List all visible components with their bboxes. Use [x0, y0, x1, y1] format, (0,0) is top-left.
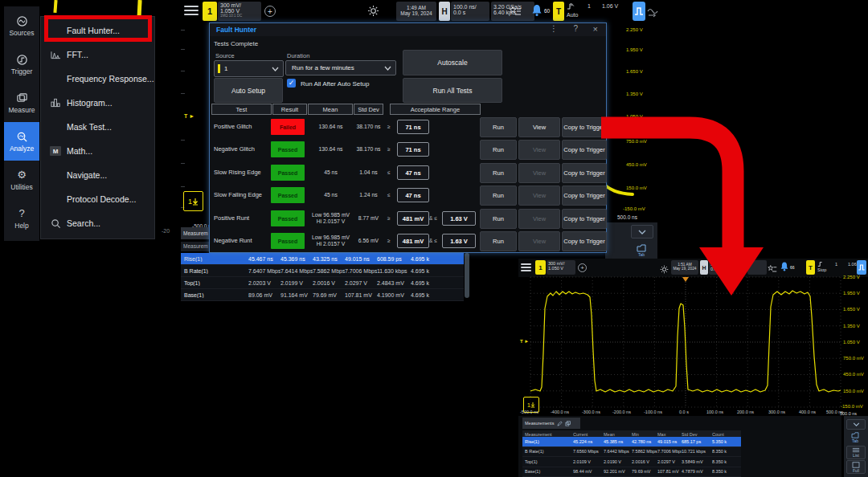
view-button[interactable]: View	[518, 117, 560, 137]
menu-item-navigate[interactable]: Navigate...	[41, 163, 154, 187]
trigger-badge[interactable]: T	[553, 2, 564, 21]
list-icon	[852, 447, 860, 453]
dialog-header[interactable]: Fault Hunter ⋮ ? ×	[210, 23, 606, 36]
presets-icon[interactable]	[509, 5, 522, 21]
measurement-row[interactable]: Base(1)98.44 mV92.201 mV79.69 mV107.81 m…	[522, 467, 741, 477]
h-scale-ref-label: 500.0 ns	[617, 214, 637, 220]
popout-icon[interactable]	[565, 421, 571, 426]
sidebar-item-label: Analyze	[10, 145, 34, 153]
trigger-level-marker[interactable]: T ►	[184, 113, 194, 119]
fault-test-row: Positive Glitch Failed 130.64 ns 38.170 …	[210, 116, 608, 138]
range-input[interactable]: 71 ns	[397, 142, 429, 157]
sidebar-item-label: Sources	[9, 29, 34, 37]
collapse-chevron-button[interactable]	[631, 225, 653, 238]
result-badge: Failed	[271, 119, 305, 135]
table-scrollbar[interactable]	[465, 253, 469, 298]
horizontal-settings[interactable]: 100.0 ns/ 0.0 s	[451, 2, 489, 21]
measurement-row[interactable]: B Rate(1)7.6407 Mbps7.6414 Mbps7.5862 Mb…	[181, 265, 464, 277]
bell-icon[interactable]	[530, 3, 544, 21]
menu-item-fft[interactable]: FFT...	[41, 43, 154, 67]
range-input[interactable]: 47 ns	[397, 188, 429, 202]
sidebar-item-utilities[interactable]: ⚙ Utilities	[4, 161, 39, 199]
analyze-icon	[15, 130, 28, 143]
menu-item-math[interactable]: M Math...	[41, 139, 154, 163]
range-input[interactable]: 481 mV	[397, 234, 429, 248]
menu-item-histogram[interactable]: Histogram...	[41, 91, 154, 115]
menu-item-mask-test[interactable]: Mask Test...	[41, 115, 154, 139]
run-button[interactable]: Run	[480, 231, 517, 251]
run-button[interactable]: Run	[480, 140, 517, 160]
view-button[interactable]: View	[518, 186, 560, 206]
menu-item-protocol-decode[interactable]: Protocol Decode...	[41, 187, 154, 211]
run-all-tests-button[interactable]: Run All Tests	[403, 78, 502, 103]
measurement-row[interactable]: B Rate(1)7.6560 Mbps7.6442 Mbps7.5862 Mb…	[522, 447, 741, 458]
fault-test-row: Positive Runt Passed Low 96.985 mV Hi 2.…	[210, 207, 608, 230]
add-channel-icon[interactable]: +	[264, 6, 276, 17]
source-dropdown[interactable]: 1	[214, 60, 284, 77]
measurement-row[interactable]: Rise(1)45.467 ns45.369 ns43.325 ns49.015…	[181, 253, 464, 265]
menu-item-label: Mask Test...	[67, 122, 112, 132]
duration-dropdown[interactable]: Run for a few minutes	[285, 60, 396, 75]
run-button[interactable]: Run	[480, 186, 517, 206]
zone-qualify-icon[interactable]	[647, 5, 658, 21]
brightness-icon[interactable]	[367, 5, 379, 20]
run-all-after-auto-setup-checkbox[interactable]: ✓	[287, 79, 296, 88]
copy-to-trigger-button[interactable]: Copy to Trigger	[562, 140, 607, 160]
copy-to-trigger-button[interactable]: Copy to Trigger	[562, 186, 607, 206]
dialog-help-icon[interactable]: ?	[573, 24, 578, 33]
hamburger-menu-icon[interactable]	[184, 6, 199, 15]
menu-item-label: Frequency Response...	[67, 74, 154, 84]
collapse-chevron-button[interactable]	[846, 419, 866, 430]
channel-1-settings[interactable]: 300 mV/ 1.050 V 1MΩ 10:1 DC	[218, 2, 261, 21]
range-input[interactable]: 71 ns	[397, 120, 429, 134]
sidebar-item-help[interactable]: ? Help	[4, 199, 39, 238]
range-input[interactable]: 1.63 V	[442, 211, 476, 226]
view-button[interactable]: View	[518, 163, 560, 183]
view-button[interactable]: View	[518, 231, 560, 251]
menu-item-label: Protocol Decode...	[67, 194, 136, 204]
edit-pencil-icon[interactable]	[557, 421, 563, 426]
sidebar-item-sources[interactable]: Sources	[4, 6, 39, 45]
menu-item-search[interactable]: Search...	[41, 211, 154, 235]
horizontal-badge[interactable]: H	[439, 2, 450, 21]
menu-item-label: Navigate...	[67, 170, 107, 180]
stray-axis-label: -20	[162, 228, 170, 234]
copy-to-trigger-button[interactable]: Copy to Trigger	[562, 209, 607, 229]
run-button[interactable]: Run	[480, 209, 517, 229]
dialog-menu-icon[interactable]: ⋮	[550, 24, 558, 33]
fault-test-row: Negative Glitch Passed 130.64 ns 38.170 …	[210, 138, 608, 161]
measurement-row[interactable]: Top(1)2.0203 V2.0199 V2.0016 V2.0297 V2.…	[181, 277, 464, 289]
channel-1-badge[interactable]: 1	[203, 2, 217, 21]
measurements-tab[interactable]: Measurem	[181, 227, 209, 239]
autoscale-button[interactable]: Autoscale	[403, 50, 502, 75]
result-badge: Passed	[271, 233, 305, 249]
tab-view-button[interactable]: Tab	[846, 431, 864, 443]
measurements-tab[interactable]: Measurements	[522, 418, 580, 429]
channel-ground-marker[interactable]: 1	[183, 191, 203, 211]
list-view-button[interactable]: List	[846, 446, 866, 459]
copy-to-trigger-button[interactable]: Copy to Trigger	[562, 231, 607, 251]
chevron-down-icon	[384, 66, 391, 71]
measurement-row[interactable]: Top(1)2.0109 V2.0190 V2.0016 V2.0297 V3.…	[522, 457, 741, 467]
measurements-table: Rise(1)45.224 ns45.385 ns42.780 ns49.015…	[522, 437, 741, 477]
trigger-type-icon[interactable]	[633, 2, 645, 21]
sidebar-item-analyze[interactable]: Analyze	[4, 122, 39, 161]
measurement-row[interactable]: Rise(1)45.224 ns45.385 ns42.780 ns49.015…	[522, 437, 741, 447]
view-button[interactable]: View	[518, 209, 560, 229]
sidebar-item-trigger[interactable]: Trigger	[4, 45, 39, 84]
range-input[interactable]: 481 mV	[397, 211, 429, 226]
sidebar-item-measure[interactable]: Measure	[4, 84, 39, 122]
copy-to-trigger-button[interactable]: Copy to Trigger	[562, 163, 607, 183]
range-input[interactable]: 1.63 V	[442, 234, 476, 248]
trigger-level-marker[interactable]: T ►	[520, 339, 529, 344]
view-button[interactable]: View	[518, 140, 560, 160]
run-button[interactable]: Run	[480, 163, 517, 183]
copy-to-trigger-button[interactable]: Copy to Trigger	[562, 117, 607, 137]
run-button[interactable]: Run	[480, 117, 517, 137]
range-input[interactable]: 47 ns	[397, 165, 429, 180]
measurement-row[interactable]: Base(1)89.06 mV91.164 mV79.69 mV107.81 m…	[181, 289, 464, 301]
menu-item-frequency-response[interactable]: Frequency Response...	[41, 67, 154, 91]
dialog-close-icon[interactable]: ×	[593, 24, 598, 34]
full-view-button[interactable]: Full	[846, 460, 866, 474]
auto-setup-button[interactable]: Auto Setup	[214, 78, 283, 103]
